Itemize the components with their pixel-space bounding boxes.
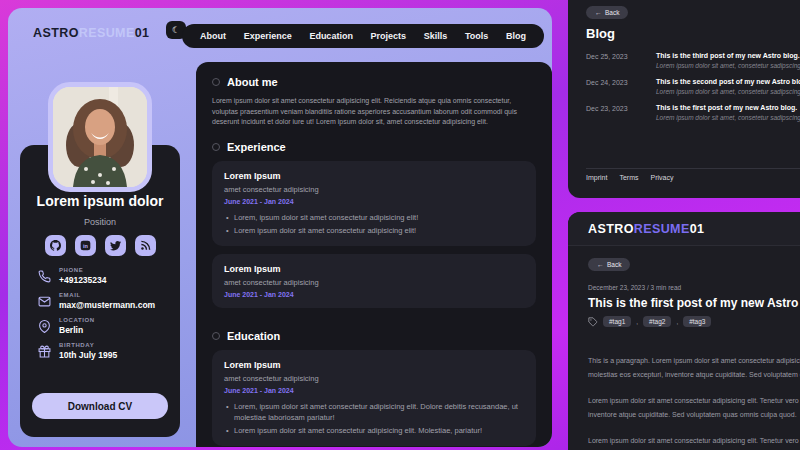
contact-location: LOCATION Berlin [38,317,170,335]
education-heading: Education [227,330,280,342]
map-pin-icon [38,320,51,333]
social-links: in [20,235,180,256]
rss-link[interactable] [135,235,156,256]
contact-label: BIRTHDAY [59,342,117,348]
post-title: This is the first post of my new Astro b… [656,104,800,111]
post-tags: #tag1 , #tag2 , #tag3 [588,316,711,327]
bullet-item: Lorem ipsum dolor sit amet consectetur a… [224,425,524,436]
nav-item-education[interactable]: Education [309,31,353,41]
post-date: Dec 23, 2023 [586,104,642,121]
back-button[interactable]: ← Back [588,258,630,271]
twitter-link[interactable] [105,235,126,256]
site-logo[interactable]: ASTRORESUME01 [588,222,704,236]
entry-title: Lorem Ipsum [224,360,524,370]
post-excerpt: Lorem ipsum dolor sit amet, consetetur s… [656,114,800,121]
section-ring-icon [212,332,220,340]
download-cv-button[interactable]: Download CV [32,393,168,419]
logo-prefix: ASTRO [33,26,79,40]
post-title: This is the second post of my new Astro … [656,78,800,85]
footer-link-terms[interactable]: Terms [619,174,638,181]
main-nav: About Experience Education Projects Skil… [182,24,544,48]
mail-icon [38,295,51,308]
tag-pill[interactable]: #tag1 [603,316,631,327]
entry-subtitle: amet consectetur adipisicing [224,278,524,287]
entry-period: June 2021 - Jan 2024 [224,291,524,298]
portrait-illustration [53,87,147,187]
blog-list-item[interactable]: Dec 24, 2023 This is the second post of … [586,78,800,95]
back-label: Back [605,9,619,16]
contact-phone: PHONE +491235234 [38,267,170,285]
nav-item-about[interactable]: About [200,31,226,41]
logo-suffix: 01 [690,222,705,236]
about-heading: About me [227,76,278,88]
entry-period: June 2021 - Jan 2024 [224,198,524,205]
profile-photo [48,82,152,192]
entry-title: Lorem Ipsum [224,171,524,181]
back-arrow-icon: ← [595,9,602,16]
post-meta: December 23, 2023 / 3 min read [588,284,681,291]
back-button[interactable]: ← Back [586,6,628,19]
nav-item-projects[interactable]: Projects [371,31,407,41]
post-paragraph: This is a paragraph. Lorem ipsum dolor s… [588,354,800,382]
post-excerpt: Lorem ipsum dolor sit amet, consetetur s… [656,88,800,95]
contact-label: LOCATION [59,317,95,323]
contact-birthday: BIRTHDAY 10th July 1995 [38,342,170,360]
post-paragraph: Lorem ipsum dolor sit amet consectetur a… [588,434,800,450]
post-date: Dec 24, 2023 [586,78,642,95]
contact-list: PHONE +491235234 EMAIL max@mustermann.co… [38,267,170,360]
logo-suffix: 01 [135,26,150,40]
bullet-item: Lorem, ipsum dolor sit amet consectetur … [224,212,524,223]
blog-post-list: Dec 25, 2023 This is the third post of m… [586,52,800,130]
profile-name: Lorem ipsum dolor [20,193,180,209]
footer-link-privacy[interactable]: Privacy [650,174,673,181]
desktop-canvas: ASTRORESUME01 ☾ About Experience Educati… [0,0,800,450]
about-text: Lorem ipsum dolor sit amet consectetur a… [212,96,536,128]
education-entry: Lorem Ipsum amet consectetur adipisicing… [212,350,536,446]
education-section-heading: Education [212,330,536,342]
blog-list-item[interactable]: Dec 23, 2023 This is the first post of m… [586,104,800,121]
svg-text:in: in [83,243,89,249]
nav-item-tools[interactable]: Tools [465,31,488,41]
blog-list-item[interactable]: Dec 25, 2023 This is the third post of m… [586,52,800,69]
github-link[interactable] [45,235,66,256]
back-label: Back [607,261,621,268]
post-body: This is a paragraph. Lorem ipsum dolor s… [588,354,800,450]
contact-value: +491235234 [59,275,107,285]
tag-separator: , [676,318,678,325]
contact-value: Berlin [59,325,95,335]
linkedin-link[interactable]: in [75,235,96,256]
resume-content: About me Lorem ipsum dolor sit amet cons… [196,62,552,447]
entry-bullets: Lorem, ipsum dolor sit amet consectetur … [224,401,524,436]
post-title: This is the first post of my new Astro b… [588,296,800,310]
section-ring-icon [212,143,220,151]
birthday-cake-icon [38,345,51,358]
experience-section-heading: Experience [212,141,536,153]
entry-subtitle: amet consectetur adipisicing [224,374,524,383]
post-paragraph: Lorem ipsum dolor sit amet consectetur a… [588,394,800,422]
footer-link-imprint[interactable]: Imprint [586,174,607,181]
section-ring-icon [212,78,220,86]
entry-title: Lorem Ipsum [224,264,524,274]
blog-heading: Blog [586,26,615,41]
nav-item-blog[interactable]: Blog [506,31,526,41]
blog-post-header: ASTRORESUME01 [568,212,800,246]
rss-icon [140,240,151,251]
nav-item-skills[interactable]: Skills [424,31,448,41]
entry-subtitle: amet consectetur adipisicing [224,185,524,194]
experience-entry: Lorem Ipsum amet consectetur adipisicing… [212,254,536,308]
tag-pill[interactable]: #tag3 [683,316,711,327]
post-date: Dec 25, 2023 [586,52,642,69]
bullet-item: Lorem, ipsum dolor sit amet consectetur … [224,401,524,423]
resume-page: ASTRORESUME01 ☾ About Experience Educati… [8,8,552,447]
contact-label: EMAIL [59,292,155,298]
site-logo[interactable]: ASTRORESUME01 [33,26,149,40]
experience-entry: Lorem Ipsum amet consectetur adipisicing… [212,161,536,246]
linkedin-icon: in [80,240,91,251]
tag-separator: , [636,318,638,325]
contact-email: EMAIL max@mustermann.com [38,292,170,310]
about-section-heading: About me [212,76,536,88]
tag-pill[interactable]: #tag2 [643,316,671,327]
post-title: This is the third post of my new Astro b… [656,52,800,59]
nav-item-experience[interactable]: Experience [244,31,292,41]
logo-prefix: ASTRO [588,222,634,236]
